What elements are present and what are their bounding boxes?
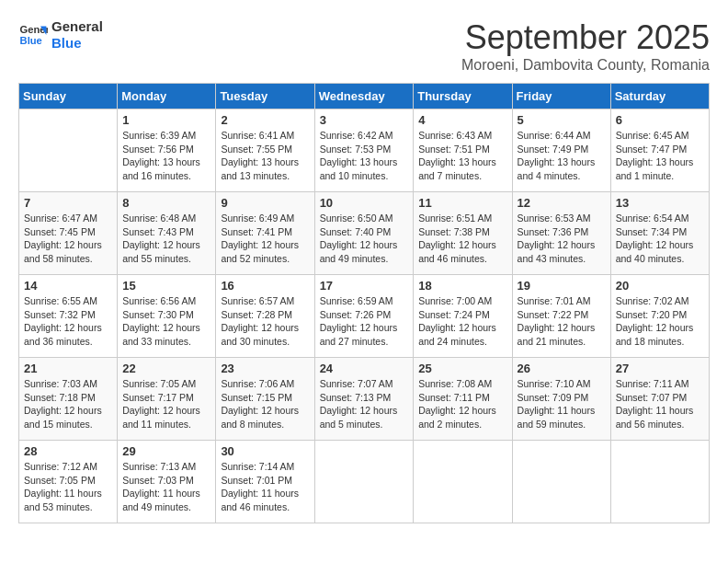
day-info: Sunrise: 7:01 AM Sunset: 7:22 PM Dayligh… <box>518 294 606 349</box>
calendar-cell <box>314 441 414 523</box>
day-number: 1 <box>122 113 210 127</box>
calendar-cell: 4Sunrise: 6:43 AM Sunset: 7:51 PM Daylig… <box>414 109 512 192</box>
calendar-cell <box>414 441 512 523</box>
day-info: Sunrise: 6:56 AM Sunset: 7:30 PM Dayligh… <box>122 294 210 349</box>
day-number: 29 <box>122 444 210 458</box>
day-number: 15 <box>122 279 210 293</box>
day-info: Sunrise: 6:51 AM Sunset: 7:38 PM Dayligh… <box>418 212 506 266</box>
calendar-cell: 19Sunrise: 7:01 AM Sunset: 7:22 PM Dayli… <box>512 275 610 358</box>
day-info: Sunrise: 7:00 AM Sunset: 7:24 PM Dayligh… <box>418 294 506 349</box>
column-header-sunday: Sunday <box>19 84 118 109</box>
calendar-cell: 2Sunrise: 6:41 AM Sunset: 7:55 PM Daylig… <box>216 109 314 192</box>
day-number: 18 <box>418 279 506 293</box>
day-info: Sunrise: 6:59 AM Sunset: 7:26 PM Dayligh… <box>320 294 409 349</box>
calendar-cell: 8Sunrise: 6:48 AM Sunset: 7:43 PM Daylig… <box>118 192 216 275</box>
day-number: 10 <box>320 196 409 210</box>
header-row: SundayMondayTuesdayWednesdayThursdayFrid… <box>19 84 710 109</box>
calendar-cell: 27Sunrise: 7:11 AM Sunset: 7:07 PM Dayli… <box>610 358 709 441</box>
day-number: 13 <box>616 196 704 210</box>
calendar-cell: 9Sunrise: 6:49 AM Sunset: 7:41 PM Daylig… <box>216 192 314 275</box>
day-info: Sunrise: 6:54 AM Sunset: 7:34 PM Dayligh… <box>616 212 704 266</box>
day-info: Sunrise: 6:48 AM Sunset: 7:43 PM Dayligh… <box>122 212 210 266</box>
logo-icon: General Blue <box>18 20 48 50</box>
day-number: 30 <box>221 444 309 458</box>
week-row-3: 14Sunrise: 6:55 AM Sunset: 7:32 PM Dayli… <box>19 275 710 358</box>
page-header: General Blue General Blue September 2025… <box>18 18 710 74</box>
week-row-4: 21Sunrise: 7:03 AM Sunset: 7:18 PM Dayli… <box>19 358 710 441</box>
week-row-2: 7Sunrise: 6:47 AM Sunset: 7:45 PM Daylig… <box>19 192 710 275</box>
calendar-cell: 23Sunrise: 7:06 AM Sunset: 7:15 PM Dayli… <box>216 358 314 441</box>
day-info: Sunrise: 6:41 AM Sunset: 7:55 PM Dayligh… <box>221 129 309 183</box>
column-header-monday: Monday <box>118 84 216 109</box>
calendar-cell: 10Sunrise: 6:50 AM Sunset: 7:40 PM Dayli… <box>314 192 414 275</box>
day-number: 3 <box>320 113 409 127</box>
day-number: 26 <box>518 362 606 375</box>
day-info: Sunrise: 7:14 AM Sunset: 7:01 PM Dayligh… <box>221 460 309 514</box>
day-number: 21 <box>24 362 112 375</box>
day-info: Sunrise: 7:11 AM Sunset: 7:07 PM Dayligh… <box>616 377 704 431</box>
calendar-cell: 17Sunrise: 6:59 AM Sunset: 7:26 PM Dayli… <box>314 275 414 358</box>
calendar-table: SundayMondayTuesdayWednesdayThursdayFrid… <box>18 83 710 523</box>
column-header-thursday: Thursday <box>414 84 512 109</box>
svg-text:Blue: Blue <box>20 35 42 46</box>
calendar-cell: 15Sunrise: 6:56 AM Sunset: 7:30 PM Dayli… <box>118 275 216 358</box>
day-info: Sunrise: 7:05 AM Sunset: 7:17 PM Dayligh… <box>122 377 210 431</box>
day-number: 17 <box>320 279 409 293</box>
day-info: Sunrise: 6:55 AM Sunset: 7:32 PM Dayligh… <box>24 294 112 349</box>
day-info: Sunrise: 7:08 AM Sunset: 7:11 PM Dayligh… <box>418 377 506 431</box>
calendar-cell: 25Sunrise: 7:08 AM Sunset: 7:11 PM Dayli… <box>414 358 512 441</box>
day-number: 20 <box>616 279 704 293</box>
day-number: 7 <box>24 196 112 210</box>
calendar-cell: 26Sunrise: 7:10 AM Sunset: 7:09 PM Dayli… <box>512 358 610 441</box>
calendar-cell: 14Sunrise: 6:55 AM Sunset: 7:32 PM Dayli… <box>19 275 118 358</box>
calendar-cell: 22Sunrise: 7:05 AM Sunset: 7:17 PM Dayli… <box>118 358 216 441</box>
day-info: Sunrise: 7:07 AM Sunset: 7:13 PM Dayligh… <box>320 377 409 431</box>
logo-text: General Blue <box>51 18 103 52</box>
calendar-cell: 13Sunrise: 6:54 AM Sunset: 7:34 PM Dayli… <box>610 192 709 275</box>
calendar-cell: 24Sunrise: 7:07 AM Sunset: 7:13 PM Dayli… <box>314 358 414 441</box>
day-info: Sunrise: 6:57 AM Sunset: 7:28 PM Dayligh… <box>221 294 309 349</box>
calendar-cell: 1Sunrise: 6:39 AM Sunset: 7:56 PM Daylig… <box>118 109 216 192</box>
day-info: Sunrise: 7:02 AM Sunset: 7:20 PM Dayligh… <box>616 294 704 349</box>
day-info: Sunrise: 7:12 AM Sunset: 7:05 PM Dayligh… <box>24 460 112 514</box>
calendar-cell <box>610 441 709 523</box>
logo: General Blue General Blue <box>18 18 103 52</box>
calendar-cell: 6Sunrise: 6:45 AM Sunset: 7:47 PM Daylig… <box>610 109 709 192</box>
title-block: September 2025 Moroeni, Dambovita County… <box>461 18 710 74</box>
day-info: Sunrise: 6:47 AM Sunset: 7:45 PM Dayligh… <box>24 212 112 266</box>
week-row-1: 1Sunrise: 6:39 AM Sunset: 7:56 PM Daylig… <box>19 109 710 192</box>
column-header-tuesday: Tuesday <box>216 84 314 109</box>
day-number: 14 <box>24 279 112 293</box>
calendar-cell: 5Sunrise: 6:44 AM Sunset: 7:49 PM Daylig… <box>512 109 610 192</box>
week-row-5: 28Sunrise: 7:12 AM Sunset: 7:05 PM Dayli… <box>19 441 710 523</box>
day-info: Sunrise: 6:49 AM Sunset: 7:41 PM Dayligh… <box>221 212 309 266</box>
calendar-cell: 11Sunrise: 6:51 AM Sunset: 7:38 PM Dayli… <box>414 192 512 275</box>
calendar-cell: 7Sunrise: 6:47 AM Sunset: 7:45 PM Daylig… <box>19 192 118 275</box>
day-info: Sunrise: 7:03 AM Sunset: 7:18 PM Dayligh… <box>24 377 112 431</box>
day-number: 27 <box>616 362 704 375</box>
day-number: 24 <box>320 362 409 375</box>
calendar-cell: 30Sunrise: 7:14 AM Sunset: 7:01 PM Dayli… <box>216 441 314 523</box>
day-number: 8 <box>122 196 210 210</box>
day-info: Sunrise: 6:53 AM Sunset: 7:36 PM Dayligh… <box>518 212 606 266</box>
calendar-cell: 12Sunrise: 6:53 AM Sunset: 7:36 PM Dayli… <box>512 192 610 275</box>
day-number: 28 <box>24 444 112 458</box>
month-title: September 2025 <box>461 18 710 57</box>
day-number: 25 <box>418 362 506 375</box>
day-info: Sunrise: 6:44 AM Sunset: 7:49 PM Dayligh… <box>518 129 606 183</box>
day-info: Sunrise: 7:13 AM Sunset: 7:03 PM Dayligh… <box>122 460 210 514</box>
calendar-cell <box>512 441 610 523</box>
column-header-wednesday: Wednesday <box>314 84 414 109</box>
column-header-saturday: Saturday <box>610 84 709 109</box>
location: Moroeni, Dambovita County, Romania <box>461 57 710 74</box>
calendar-cell: 21Sunrise: 7:03 AM Sunset: 7:18 PM Dayli… <box>19 358 118 441</box>
day-number: 9 <box>221 196 309 210</box>
day-info: Sunrise: 6:43 AM Sunset: 7:51 PM Dayligh… <box>418 129 506 183</box>
day-number: 16 <box>221 279 309 293</box>
day-number: 2 <box>221 113 309 127</box>
calendar-cell <box>19 109 118 192</box>
day-number: 22 <box>122 362 210 375</box>
day-info: Sunrise: 6:42 AM Sunset: 7:53 PM Dayligh… <box>320 129 409 183</box>
day-number: 4 <box>418 113 506 127</box>
calendar-cell: 18Sunrise: 7:00 AM Sunset: 7:24 PM Dayli… <box>414 275 512 358</box>
